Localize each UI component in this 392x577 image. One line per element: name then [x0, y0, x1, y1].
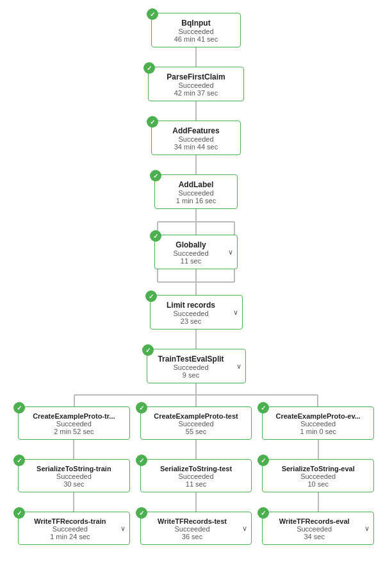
traintestevalsplit-status: Succeeded [155, 364, 227, 371]
createexampleproto-eval-time: 1 min 0 sec [270, 428, 366, 435]
limitrecords-title: Limit records [158, 301, 224, 310]
writetfrecords-eval-status: Succeeded [270, 525, 358, 533]
globally-time: 11 sec [163, 257, 219, 265]
connector-2 [195, 101, 197, 121]
writetfrecords-test-status: Succeeded [149, 525, 236, 533]
addlabel-check-icon: ✓ [150, 170, 161, 181]
writetfrecords-eval-time: 34 sec [270, 533, 358, 540]
node-createexampleproto-eval[interactable]: ✓ CreateExampleProto-ev... Succeeded 1 m… [262, 406, 374, 440]
connector-train-1 [73, 440, 74, 459]
serializetostring-train-status: Succeeded [26, 472, 122, 480]
connector-test-1 [195, 440, 197, 459]
globally-check-icon: ✓ [150, 230, 161, 242]
limitrecords-check-icon: ✓ [145, 290, 157, 302]
node-writetfrecords-train[interactable]: ✓ WriteTFRecords-train Succeeded 1 min 2… [18, 512, 130, 545]
node-writetfrecords-eval[interactable]: ✓ WriteTFRecords-eval Succeeded 34 sec ∨ [262, 512, 374, 545]
node-addfeatures[interactable]: ✓ AddFeatures Succeeded 34 min 44 sec [151, 121, 241, 155]
addlabel-title: AddLabel [163, 180, 229, 189]
connector-eval-2 [318, 492, 319, 512]
addfeatures-time: 34 min 44 sec [159, 143, 233, 151]
node-traintestevalsplit[interactable]: ✓ TrainTestEvalSplit Succeeded 9 sec ∨ [147, 349, 246, 383]
node-serializetostring-test[interactable]: ✓ SerializeToString-test Succeeded 11 se… [140, 459, 252, 492]
addlabel-status: Succeeded [163, 189, 229, 197]
writetfrecords-test-expand-icon[interactable]: ∨ [242, 524, 247, 533]
createexampleproto-test-time: 55 sec [149, 428, 244, 435]
writetfrecords-train-check-icon: ✓ [13, 507, 25, 519]
node-parsefirstclaim[interactable]: ✓ ParseFirstClaim Succeeded 42 min 37 se… [148, 67, 244, 101]
connector-test-2 [195, 492, 197, 512]
serializetostring-train-title: SerializeToString-train [26, 465, 122, 472]
globally-expand-icon[interactable]: ∨ [228, 248, 233, 256]
serializetostring-test-time: 11 sec [149, 480, 244, 488]
traintestevalsplit-expand-icon[interactable]: ∨ [236, 362, 241, 371]
createexampleproto-test-status: Succeeded [149, 420, 244, 428]
addfeatures-title: AddFeatures [159, 126, 233, 135]
addfeatures-status: Succeeded [159, 135, 233, 143]
serializetostring-eval-time: 10 sec [270, 480, 366, 488]
bqinput-check-icon: ✓ [147, 8, 158, 20]
test-column: ✓ CreateExampleProto-test Succeeded 55 s… [140, 406, 252, 545]
serializetostring-test-status: Succeeded [149, 472, 244, 480]
parsefirstclaim-check-icon: ✓ [143, 62, 155, 74]
traintestevalsplit-check-icon: ✓ [142, 344, 154, 356]
serializetostring-test-title: SerializeToString-test [149, 465, 244, 472]
connector-1 [195, 47, 197, 67]
createexampleproto-train-check-icon: ✓ [13, 402, 25, 414]
parsefirstclaim-status: Succeeded [156, 81, 236, 89]
globally-status: Succeeded [163, 249, 219, 257]
createexampleproto-test-check-icon: ✓ [136, 402, 147, 414]
writetfrecords-test-check-icon: ✓ [136, 507, 147, 519]
branch-lines-split [10, 383, 382, 406]
node-writetfrecords-test[interactable]: ✓ WriteTFRecords-test Succeeded 36 sec ∨ [140, 512, 252, 545]
createexampleproto-train-status: Succeeded [26, 420, 122, 428]
limitrecords-status: Succeeded [158, 310, 224, 317]
createexampleproto-eval-title: CreateExampleProto-ev... [270, 412, 366, 420]
node-limitrecords[interactable]: ✓ Limit records Succeeded 23 sec ∨ [150, 295, 243, 330]
createexampleproto-train-time: 2 min 52 sec [26, 428, 122, 435]
addfeatures-check-icon: ✓ [147, 116, 158, 128]
serializetostring-eval-check-icon: ✓ [257, 455, 269, 466]
writetfrecords-test-title: WriteTFRecords-test [149, 517, 236, 525]
node-serializetostring-eval[interactable]: ✓ SerializeToString-eval Succeeded 10 se… [262, 459, 374, 492]
createexampleproto-train-title: CreateExampleProto-tr... [26, 412, 122, 420]
serializetostring-train-check-icon: ✓ [13, 455, 25, 466]
traintestevalsplit-title: TrainTestEvalSplit [155, 355, 227, 364]
node-bqinput[interactable]: ✓ BqInput Succeeded 46 min 41 sec [151, 13, 241, 47]
bqinput-title: BqInput [159, 19, 233, 28]
parsefirstclaim-title: ParseFirstClaim [156, 72, 236, 81]
connector-train-2 [73, 492, 74, 512]
serializetostring-eval-status: Succeeded [270, 472, 366, 480]
writetfrecords-train-title: WriteTFRecords-train [26, 517, 114, 525]
eval-column: ✓ CreateExampleProto-ev... Succeeded 1 m… [262, 406, 374, 545]
train-column: ✓ CreateExampleProto-tr... Succeeded 2 m… [18, 406, 130, 545]
globally-title: Globally [163, 240, 219, 249]
writetfrecords-train-expand-icon[interactable]: ∨ [120, 524, 126, 533]
writetfrecords-eval-title: WriteTFRecords-eval [270, 517, 358, 525]
node-createexampleproto-test[interactable]: ✓ CreateExampleProto-test Succeeded 55 s… [140, 406, 252, 440]
parsefirstclaim-time: 42 min 37 sec [156, 89, 236, 97]
connector-limitrecords [195, 330, 197, 349]
serializetostring-eval-title: SerializeToString-eval [270, 465, 366, 472]
node-serializetostring-train[interactable]: ✓ SerializeToString-train Succeeded 30 s… [18, 459, 130, 492]
addlabel-time: 1 min 16 sec [163, 197, 229, 205]
createexampleproto-test-title: CreateExampleProto-test [149, 412, 244, 420]
createexampleproto-eval-status: Succeeded [270, 420, 366, 428]
bqinput-time: 46 min 41 sec [159, 35, 233, 43]
writetfrecords-test-time: 36 sec [149, 533, 236, 540]
node-createexampleproto-train[interactable]: ✓ CreateExampleProto-tr... Succeeded 2 m… [18, 406, 130, 440]
limitrecords-time: 23 sec [158, 317, 224, 325]
connector-eval-1 [318, 440, 319, 459]
merge-lines-globally [100, 269, 292, 295]
node-addlabel[interactable]: ✓ AddLabel Succeeded 1 min 16 sec [154, 174, 238, 209]
createexampleproto-eval-check-icon: ✓ [257, 402, 269, 414]
limitrecords-expand-icon[interactable]: ∨ [233, 308, 238, 317]
bqinput-status: Succeeded [159, 28, 233, 35]
pipeline-graph: ✓ BqInput Succeeded 46 min 41 sec ✓ Pars… [0, 0, 392, 558]
create-example-row: ✓ CreateExampleProto-tr... Succeeded 2 m… [10, 406, 382, 545]
serializetostring-test-check-icon: ✓ [136, 455, 147, 466]
writetfrecords-train-status: Succeeded [26, 525, 114, 533]
writetfrecords-train-time: 1 min 24 sec [26, 533, 114, 540]
writetfrecords-eval-expand-icon[interactable]: ∨ [364, 524, 370, 533]
serializetostring-train-time: 30 sec [26, 480, 122, 488]
node-globally[interactable]: ✓ Globally Succeeded 11 sec ∨ [154, 235, 238, 269]
